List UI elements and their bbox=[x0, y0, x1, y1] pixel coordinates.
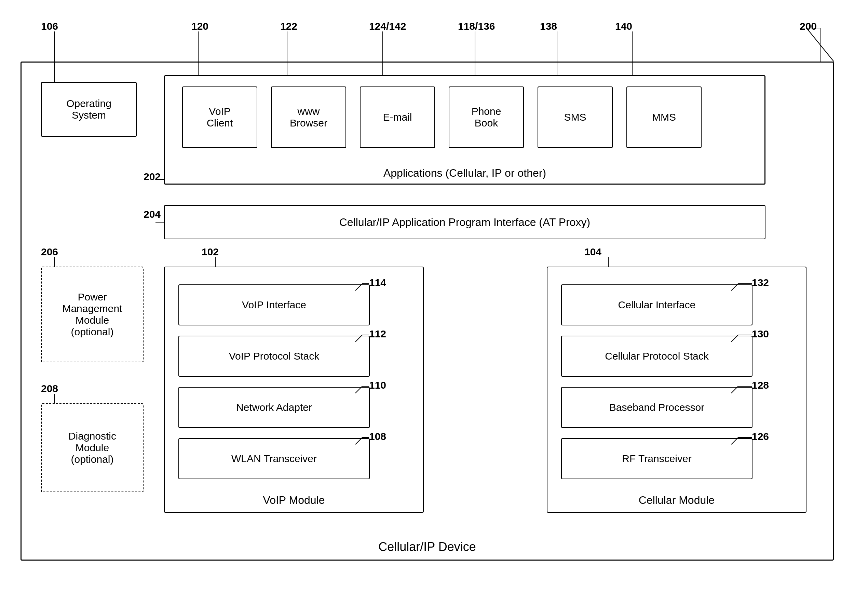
ref-206: 206 bbox=[41, 246, 58, 258]
ref-140: 140 bbox=[615, 21, 632, 32]
api-box: Cellular/IP Application Program Interfac… bbox=[164, 205, 766, 239]
diagram-container: 106 120 122 124/142 118/136 138 140 200 … bbox=[21, 21, 847, 574]
ref-108: 108 bbox=[369, 431, 386, 442]
voip-interface-box: VoIP Interface bbox=[179, 284, 370, 325]
ref-120: 120 bbox=[191, 21, 208, 32]
ref-202: 202 bbox=[143, 171, 161, 183]
ref-112: 112 bbox=[369, 328, 386, 340]
app-email: E-mail bbox=[360, 86, 435, 148]
app-voip-client: VoIPClient bbox=[182, 86, 257, 148]
network-adapter-box: Network Adapter bbox=[179, 387, 370, 428]
outer-box-label: Cellular/IP Device bbox=[22, 540, 833, 554]
app-www-browser: wwwBrowser bbox=[271, 86, 346, 148]
applications-label: Applications (Cellular, IP or other) bbox=[165, 167, 765, 179]
app-phone-book: PhoneBook bbox=[449, 86, 524, 148]
power-management-box: PowerManagementModule(optional) bbox=[41, 267, 143, 362]
ref-130: 130 bbox=[752, 328, 769, 340]
ref-124-142: 124/142 bbox=[369, 21, 406, 32]
cellular-protocol-stack-box: Cellular Protocol Stack bbox=[561, 336, 753, 377]
ref-110: 110 bbox=[369, 380, 386, 391]
app-sms: SMS bbox=[537, 86, 613, 148]
ref-132: 132 bbox=[752, 277, 769, 288]
ref-128: 128 bbox=[752, 380, 769, 391]
ref-200: 200 bbox=[800, 21, 817, 32]
app-mms: MMS bbox=[626, 86, 701, 148]
applications-box: VoIPClient wwwBrowser E-mail PhoneBook S… bbox=[164, 75, 766, 185]
baseband-processor-box: Baseband Processor bbox=[561, 387, 753, 428]
ref-118-136: 118/136 bbox=[458, 21, 495, 32]
cellular-interface-box: Cellular Interface bbox=[561, 284, 753, 325]
ref-102: 102 bbox=[202, 246, 219, 258]
voip-protocol-stack-box: VoIP Protocol Stack bbox=[179, 336, 370, 377]
ref-106: 106 bbox=[41, 21, 58, 32]
ref-122: 122 bbox=[280, 21, 297, 32]
ref-204: 204 bbox=[143, 208, 161, 220]
svg-line-2 bbox=[806, 28, 834, 62]
diagnostic-module-box: DiagnosticModule(optional) bbox=[41, 403, 143, 492]
api-label: Cellular/IP Application Program Interfac… bbox=[340, 216, 590, 229]
ref-104: 104 bbox=[585, 246, 601, 258]
ref-138: 138 bbox=[540, 21, 557, 32]
voip-module-label: VoIP Module bbox=[165, 494, 423, 507]
ref-208: 208 bbox=[41, 383, 58, 394]
rf-transceiver-box: RF Transceiver bbox=[561, 438, 753, 479]
wlan-transceiver-box: WLAN Transceiver bbox=[179, 438, 370, 479]
cellular-module-label: Cellular Module bbox=[548, 494, 806, 507]
ref-114: 114 bbox=[369, 277, 386, 288]
ref-126: 126 bbox=[752, 431, 769, 442]
